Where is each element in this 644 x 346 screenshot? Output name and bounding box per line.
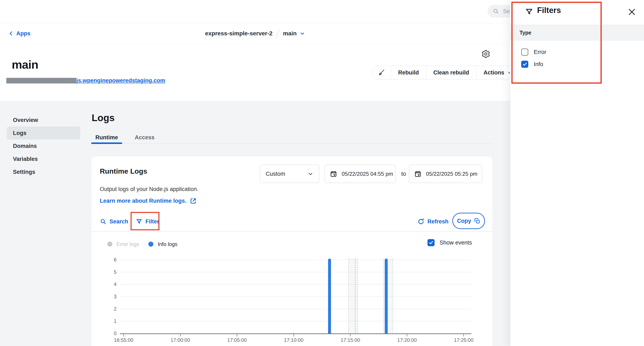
time-range-value: Custom <box>266 171 285 177</box>
actions-menu-label: Actions <box>484 70 504 76</box>
sidebar-item-logs[interactable]: Logs <box>7 126 80 140</box>
refresh-icon <box>418 218 424 225</box>
tab-access[interactable]: Access <box>130 131 159 144</box>
show-events-toggle[interactable]: Show events <box>428 239 472 246</box>
logs-toolbar: Search Filter Refresh <box>92 212 493 232</box>
funnel-icon <box>525 8 533 16</box>
gear-icon <box>481 49 491 58</box>
filter-option-info[interactable]: Info <box>521 61 543 68</box>
date-from-value: 05/22/2025 04:55 pm <box>342 171 393 177</box>
page-title: main <box>12 58 38 71</box>
redacted-url-segment <box>6 78 76 84</box>
clean-rebuild-button[interactable]: Clean rebuild <box>426 66 476 79</box>
branch-name: main <box>283 30 296 37</box>
runtime-logs-title: Runtime Logs <box>100 167 147 175</box>
environment-actions-group: Rebuild Clean rebuild Actions <box>372 66 520 80</box>
external-link-icon <box>190 197 197 204</box>
date-to-field[interactable]: 05/22/2025 05:25 pm <box>409 165 482 183</box>
chart-legend: Error logs Info logs <box>107 240 178 248</box>
filters-section-type: Type <box>510 25 644 40</box>
filters-section-label: Type <box>520 30 532 36</box>
logs-tabs: Runtime Access <box>91 131 492 144</box>
sidebar-item-domains[interactable]: Domains <box>7 140 80 152</box>
log-search-label: Search <box>110 218 128 225</box>
runtime-logs-description: Output logs of your Node.js application. <box>100 186 198 192</box>
info-option-label: Info <box>534 61 543 68</box>
sidebar-item-variables[interactable]: Variables <box>7 152 80 166</box>
branch-selector[interactable]: main <box>283 30 305 37</box>
error-logs-legend-dot <box>107 242 112 247</box>
filters-panel: Filters Type Error Info <box>510 0 644 346</box>
log-search-button[interactable]: Search <box>100 212 128 232</box>
date-range-to-label: to <box>397 165 410 183</box>
search-icon <box>100 218 106 225</box>
learn-more-label: Learn more about Runtime logs. <box>100 198 186 204</box>
info-log-bar[interactable] <box>385 258 388 334</box>
breadcrumb: express-simple-server-2 main <box>0 23 510 44</box>
refresh-label: Refresh <box>428 218 448 225</box>
sidebar-item-overview[interactable]: Overview <box>7 114 80 126</box>
environment-sidebar: Overview Logs Domains Variables Settings <box>7 114 80 178</box>
settings-gear-button[interactable] <box>481 49 491 60</box>
copy-icon <box>474 218 480 224</box>
app-root: main js.wpenginepoweredstaging.com Rebui… <box>0 0 644 346</box>
info-logs-legend-item[interactable]: Info logs <box>158 241 178 247</box>
filters-panel-header: Filters <box>510 0 644 25</box>
sidebar-item-settings[interactable]: Settings <box>7 166 80 178</box>
error-option-label: Error <box>534 49 546 56</box>
log-filter-button[interactable]: Filter <box>136 212 159 232</box>
search-icon <box>492 8 499 15</box>
calendar-icon <box>330 170 337 178</box>
show-events-checkbox[interactable] <box>428 239 434 246</box>
error-logs-legend-item[interactable]: Error logs <box>116 241 139 247</box>
date-from-field[interactable]: 05/22/2025 04:55 pm <box>324 165 396 183</box>
chevron-down-icon <box>300 31 305 36</box>
calendar-icon <box>414 170 422 178</box>
clean-cache-button[interactable] <box>372 66 391 79</box>
tab-runtime[interactable]: Runtime <box>91 131 122 144</box>
environment-url-row: js.wpenginepoweredstaging.com <box>6 77 165 84</box>
close-icon[interactable] <box>627 7 637 17</box>
environment-url-link[interactable]: js.wpenginepoweredstaging.com <box>76 78 165 84</box>
error-checkbox[interactable] <box>521 48 528 56</box>
copy-logs-button[interactable]: Copy <box>452 213 485 229</box>
date-to-value: 05/22/2025 05:25 pm <box>426 171 478 177</box>
broom-icon <box>378 69 385 76</box>
show-events-label: Show events <box>440 240 472 246</box>
learn-more-link[interactable]: Learn more about Runtime logs. <box>100 197 197 204</box>
copy-label: Copy <box>457 218 471 224</box>
chevron-down-icon <box>308 171 314 177</box>
rebuild-button[interactable]: Rebuild <box>391 66 426 79</box>
refresh-button[interactable]: Refresh <box>418 212 448 232</box>
breadcrumb-divider <box>276 29 279 38</box>
runtime-logs-card: Runtime Logs Custom 05/22/2025 04:55 pm … <box>91 156 492 346</box>
filters-panel-title: Filters <box>537 6 561 15</box>
log-filter-label: Filter <box>146 218 159 225</box>
funnel-icon <box>136 218 142 225</box>
info-checkbox[interactable] <box>521 61 528 68</box>
info-logs-legend-dot <box>148 242 153 247</box>
logs-page-title: Logs <box>92 112 115 124</box>
filter-option-error[interactable]: Error <box>521 48 546 56</box>
info-log-bar[interactable] <box>328 258 331 334</box>
breadcrumb-app-name: express-simple-server-2 <box>205 30 272 37</box>
time-range-select[interactable]: Custom <box>260 165 319 183</box>
